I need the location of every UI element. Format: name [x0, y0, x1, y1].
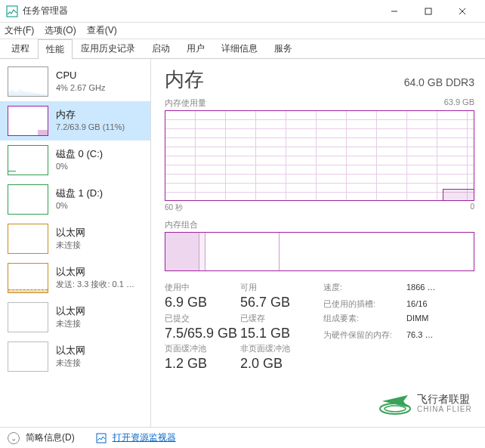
tab-startup[interactable]: 启动 [144, 39, 178, 58]
meta-form-value: DIMM [406, 314, 452, 323]
usage-max: 63.9 GB [444, 97, 474, 109]
minimize-button[interactable] [377, 1, 411, 22]
stat-label-cached: 已缓存 [240, 313, 323, 324]
memory-composition-chart [165, 232, 474, 271]
disk-thumb-icon [8, 145, 48, 175]
tab-services[interactable]: 服务 [266, 39, 301, 58]
stat-label-paged: 页面缓冲池 [165, 343, 240, 354]
sidebar-sub: 7.2/63.9 GB (11%) [56, 122, 125, 132]
meta-reserved-label: 为硬件保留的内存: [323, 329, 406, 341]
sidebar-item-ethernet3[interactable]: 以太网未连接 [0, 337, 150, 376]
window-title: 任务管理器 [23, 5, 377, 17]
sidebar-sub: 发送: 3.3 接收: 0.1 … [56, 279, 134, 289]
tab-app-history[interactable]: 应用历史记录 [73, 39, 144, 58]
stat-value-nonpaged: 2.0 GB [240, 356, 323, 372]
sidebar-label: 磁盘 1 (D:) [56, 187, 103, 200]
stat-label-inuse: 使用中 [165, 282, 240, 293]
bottom-bar: ⌃ 简略信息(D) 打开资源监视器 [0, 427, 485, 448]
sidebar-item-disk1[interactable]: 磁盘 1 (D:)0% [0, 180, 150, 219]
comp-seg-modified [199, 233, 205, 270]
tab-performance[interactable]: 性能 [38, 39, 73, 59]
axis-left: 60 秒 [165, 202, 183, 213]
stat-label-avail: 可用 [240, 282, 323, 293]
sidebar-label: CPU [56, 70, 105, 82]
sidebar-label: 以太网 [56, 227, 85, 239]
sidebar-label: 以太网 [56, 266, 134, 279]
sidebar-sub: 未连接 [56, 357, 85, 368]
sidebar-item-ethernet0[interactable]: 以太网未连接 [0, 219, 150, 258]
sidebar-item-ethernet2[interactable]: 以太网未连接 [0, 298, 150, 337]
tab-processes[interactable]: 进程 [3, 39, 38, 58]
tab-bar: 进程 性能 应用历史记录 启动 用户 详细信息 服务 [0, 39, 485, 59]
menu-bar: 文件(F) 选项(O) 查看(V) [0, 23, 485, 39]
fewer-details-button[interactable]: 简略信息(D) [26, 431, 75, 444]
composition-label: 内存组合 [165, 219, 474, 230]
meta-reserved-value: 76.3 … [406, 330, 452, 339]
meta-slots-label: 已使用的插槽: [323, 298, 406, 310]
sidebar-item-ethernet1[interactable]: 以太网发送: 3.3 接收: 0.1 … [0, 258, 150, 298]
app-icon [6, 5, 18, 17]
sidebar-label: 内存 [56, 109, 125, 122]
stat-label-nonpaged: 非页面缓冲池 [240, 343, 323, 354]
sidebar-sub: 4% 2.67 GHz [56, 82, 105, 93]
stat-value-cached: 15.1 GB [240, 326, 323, 342]
sidebar-sub: 0% [56, 161, 103, 171]
disk-thumb-icon [8, 184, 48, 215]
detail-title: 内存 [165, 66, 204, 93]
axis-right: 0 [470, 202, 474, 213]
memory-thumb-icon [8, 106, 48, 136]
meta-form-label: 组成要素: [323, 313, 406, 324]
meta-speed-value: 1866 … [406, 283, 452, 292]
stat-label-committed: 已提交 [165, 313, 240, 324]
sidebar-item-cpu[interactable]: CPU4% 2.67 GHz [0, 62, 150, 101]
memory-usage-chart [165, 110, 474, 201]
menu-options[interactable]: 选项(O) [45, 24, 76, 37]
menu-file[interactable]: 文件(F) [5, 24, 34, 37]
chevron-down-icon[interactable]: ⌃ [8, 432, 20, 444]
sidebar-label: 以太网 [56, 344, 85, 357]
sidebar-label: 磁盘 0 (C:) [56, 148, 103, 161]
resource-monitor-icon [96, 433, 107, 443]
svg-rect-2 [425, 8, 431, 14]
maximize-button[interactable] [411, 1, 445, 22]
open-resource-monitor-link[interactable]: 打开资源监视器 [113, 431, 176, 444]
ethernet-thumb-icon [8, 224, 48, 254]
tab-users[interactable]: 用户 [178, 39, 213, 58]
stat-value-inuse: 6.9 GB [165, 295, 240, 311]
sidebar-item-disk0[interactable]: 磁盘 0 (C:)0% [0, 141, 150, 180]
meta-slots-value: 16/16 [406, 299, 452, 308]
sidebar-sub: 未连接 [56, 239, 85, 250]
cpu-thumb-icon [8, 66, 48, 97]
performance-sidebar: CPU4% 2.67 GHz 内存7.2/63.9 GB (11%) 磁盘 0 … [0, 59, 151, 427]
stat-value-paged: 1.2 GB [165, 356, 240, 372]
stat-value-avail: 56.7 GB [240, 295, 323, 311]
ethernet-thumb-icon [8, 302, 48, 332]
sidebar-label: 以太网 [56, 305, 85, 318]
usage-label: 内存使用量 [165, 97, 206, 109]
meta-speed-label: 速度: [323, 282, 406, 293]
sidebar-item-memory[interactable]: 内存7.2/63.9 GB (11%) [0, 101, 150, 141]
menu-view[interactable]: 查看(V) [87, 24, 117, 37]
title-bar: 任务管理器 [0, 0, 485, 23]
comp-seg-inuse [165, 233, 199, 270]
memory-detail: 内存 64.0 GB DDR3 内存使用量 63.9 GB 60 秒 0 内存组… [151, 59, 485, 427]
ethernet-thumb-icon [8, 263, 48, 293]
comp-seg-standby [205, 233, 280, 270]
sidebar-sub: 未连接 [56, 318, 85, 329]
comp-seg-free [280, 233, 474, 270]
close-button[interactable] [445, 1, 479, 22]
tab-details[interactable]: 详细信息 [213, 39, 266, 58]
sidebar-sub: 0% [56, 200, 103, 211]
detail-total: 64.0 GB DDR3 [404, 76, 474, 88]
ethernet-thumb-icon [8, 341, 48, 372]
stat-value-committed: 7.5/65.9 GB [165, 326, 240, 342]
